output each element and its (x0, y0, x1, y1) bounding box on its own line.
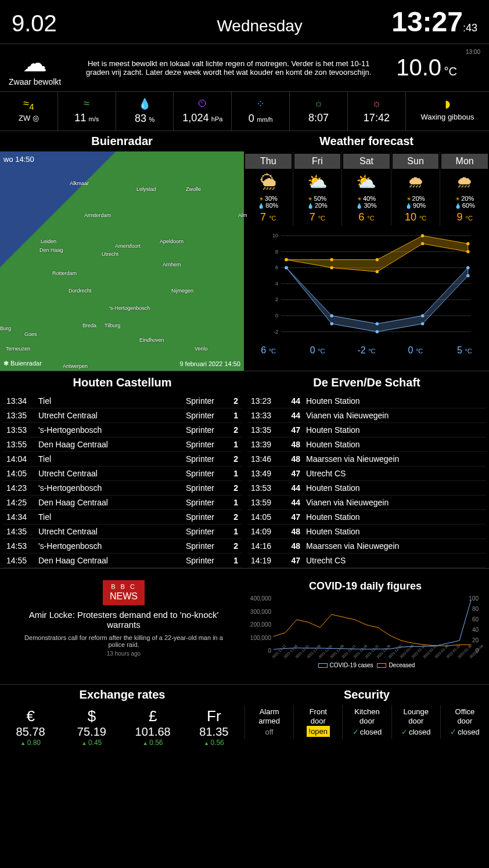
svg-point-29 (285, 266, 288, 270)
train-row: 14:04TielSprinter2 (3, 452, 242, 466)
forecast-day: Sun 🌧 20% 90% 10 °C (391, 151, 441, 226)
train-row: 14:53's-HertogenboschSprinter2 (3, 539, 242, 554)
stat-sunset: ☼ 17:42 (348, 92, 406, 131)
train-row: 14:23's-HertogenboschSprinter2 (3, 481, 242, 496)
bus-row: 13:2344Houten Station (247, 394, 486, 408)
stat-humidity: 💧 83 % (116, 92, 174, 131)
radar-forecast: Buienradar wo 14:50 ✱ Buienradar 9 febru… (0, 131, 489, 371)
stat-moon: ◗ Waxing gibbous (406, 92, 489, 131)
temperature: 10.0 °C (396, 55, 457, 81)
svg-text:-2: -2 (274, 329, 278, 335)
bus-row: 14:1947Utrecht CS (247, 554, 486, 568)
svg-point-30 (330, 322, 333, 326)
cloud-icon: ☁ (9, 49, 61, 77)
weather-icon: 🌧 (393, 169, 439, 195)
svg-point-19 (285, 258, 288, 262)
radar-map[interactable]: wo 14:50 ✱ Buienradar 9 februari 2022 14… (0, 151, 244, 371)
news-headline[interactable]: Amir Locke: Protesters demand end to 'no… (6, 605, 242, 634)
weather-stats: ≈4 ZW ◎ ≈ 11 m/s 💧 83 % ⏲ 1,024 hPa ⁘ 0 … (0, 92, 489, 131)
rate-item: €85.780.80 (0, 705, 61, 749)
svg-text:100,000: 100,000 (250, 635, 272, 641)
bus-row: 14:0547Houten Station (247, 510, 486, 525)
weather-text: Het is meest bewolkt en lokaal valt lich… (70, 59, 387, 77)
security-item: Officedoorclosed (440, 705, 489, 739)
bus-row: 14:0948Houten Station (247, 525, 486, 539)
svg-text:80: 80 (472, 606, 479, 612)
svg-text:8: 8 (275, 249, 278, 255)
svg-text:100: 100 (469, 596, 479, 602)
svg-text:4: 4 (275, 281, 278, 287)
humidity-icon: 💧 (119, 97, 171, 110)
bbc-logo: B B C NEWS (103, 580, 145, 605)
wind-icon: ≈4 (3, 97, 55, 111)
covid-chart: 0100,000200,000300,000400,00002040608010… (247, 596, 483, 660)
moon-icon: ◗ (409, 97, 486, 110)
train-row: 14:55Den Haag CentraalSprinter1 (3, 554, 242, 568)
bottom: Exchange rates €85.780.80$75.190.45£101.… (0, 685, 489, 749)
svg-point-21 (376, 270, 379, 274)
svg-point-26 (376, 322, 379, 326)
news-desc: Demonstrators call for reform after the … (6, 634, 242, 648)
date: 9.02 (12, 10, 128, 37)
security-item: Kitchendoorclosed (342, 705, 391, 739)
svg-point-25 (330, 314, 333, 317)
svg-point-32 (421, 322, 425, 326)
stat-sunrise: ☼ 8:07 (290, 92, 348, 131)
svg-text:300,000: 300,000 (250, 609, 272, 615)
svg-text:40: 40 (472, 627, 479, 633)
update-time: 13:00 (466, 49, 480, 55)
svg-point-17 (421, 234, 425, 237)
forecast-day: Mon 🌧 20% 60% 9 °C (440, 151, 489, 226)
stat-beaufort: ≈4 ZW ◎ (0, 92, 58, 131)
svg-point-23 (466, 250, 470, 254)
svg-point-33 (466, 274, 470, 277)
rate-item: $75.190.45 (61, 705, 122, 749)
pressure-icon: ⏲ (177, 97, 228, 110)
news-covid: B B C NEWS Amir Locke: Protesters demand… (0, 569, 489, 685)
stat-rain: ⁘ 0 mm/h (232, 92, 290, 131)
svg-text:60: 60 (472, 616, 479, 623)
svg-text:10: 10 (272, 233, 278, 238)
security: Security AlarmarmedoffFrontdoor!openKitc… (245, 685, 489, 749)
news: B B C NEWS Amir Locke: Protesters demand… (6, 580, 242, 672)
compass-icon: ◎ (33, 114, 39, 122)
covid: COVID-19 daily figures 0100,000200,00030… (247, 580, 483, 672)
weather-icon: ⛅ (343, 169, 390, 195)
train-row: 14:25Den Haag CentraalSprinter1 (3, 496, 242, 510)
rate-item: Fr81.350.56 (184, 705, 245, 749)
train-row: 13:55Den Haag CentraalSprinter1 (3, 437, 242, 452)
sunset-icon: ☼ (351, 97, 402, 110)
weather-icon: 🌧 (441, 169, 488, 195)
security-item: Loungedoorclosed (391, 705, 440, 739)
header: 9.02 Wednesday 13:27:43 (0, 0, 489, 44)
svg-text:400,000: 400,000 (250, 596, 272, 602)
bus-row: 14:1648Maarssen via Nieuwegein (247, 539, 486, 554)
bus-row: 13:3948Houten Station (247, 437, 486, 452)
radar-title: Buienradar (0, 131, 244, 151)
svg-point-28 (466, 266, 470, 270)
weather-icon: 🌦 (245, 169, 292, 195)
rate-item: £101.680.56 (123, 705, 184, 749)
bus-row: 13:4947Utrecht CS (247, 466, 486, 481)
trains-col: Houten Castellum 13:34TielSprinter213:35… (3, 371, 242, 568)
svg-point-15 (330, 258, 333, 262)
forecast-day: Sat ⛅ 40% 30% 6 °C (342, 151, 391, 226)
svg-text:20: 20 (472, 637, 479, 643)
svg-text:2: 2 (275, 296, 278, 302)
bus-row: 13:5344Houten Station (247, 481, 486, 496)
train-row: 14:35Utrecht CentraalSprinter1 (3, 525, 242, 539)
news-time: 13 hours ago (6, 648, 242, 657)
buses-col: De Erven/De Schaft 13:2344Houten Station… (247, 371, 486, 568)
bus-row: 13:3344Vianen via Nieuwegein (247, 408, 486, 423)
stat-pressure: ⏲ 1,024 hPa (174, 92, 232, 131)
svg-text:0: 0 (275, 313, 278, 319)
forecast-chart: -20246810 (244, 226, 489, 342)
svg-point-18 (466, 242, 470, 245)
svg-point-27 (421, 314, 425, 317)
svg-point-16 (376, 258, 379, 262)
bus-row: 13:4648Maarssen via Nieuwegein (247, 452, 486, 466)
security-item: Alarmarmedoff (245, 705, 293, 739)
bus-row: 13:3547Houten Station (247, 423, 486, 437)
weekday: Wednesday (128, 17, 391, 35)
forecast-day: Thu 🌦 30% 80% 7 °C (244, 151, 293, 226)
